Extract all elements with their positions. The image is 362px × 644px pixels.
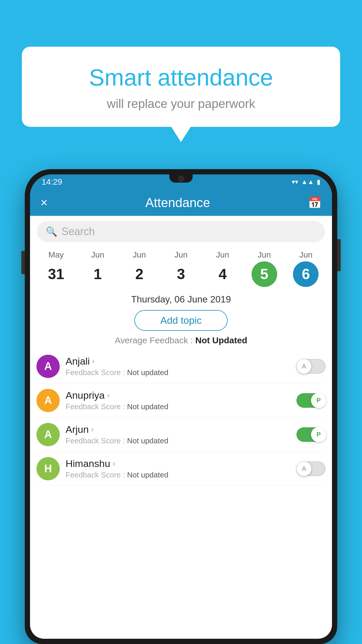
close-button[interactable]: × (41, 196, 48, 210)
toggle-switch[interactable]: P (296, 393, 326, 408)
front-camera (178, 176, 184, 182)
student-info: Himanshu ›Feedback Score : Not updated (66, 458, 291, 480)
date-number[interactable]: 1 (85, 261, 110, 287)
chevron-icon: › (113, 459, 115, 468)
status-time: 14:29 (42, 177, 62, 187)
date-month: Jun (299, 250, 312, 260)
student-name[interactable]: Anupriya › (66, 390, 291, 401)
student-name[interactable]: Arjun › (66, 424, 291, 435)
date-month: Jun (91, 250, 104, 260)
date-strip: May31Jun1Jun2Jun3Jun4Jun5Jun6 (30, 247, 332, 287)
date-number[interactable]: 3 (168, 261, 194, 287)
speech-bubble: Smart attendance will replace your paper… (22, 47, 340, 127)
student-avatar: A (36, 389, 60, 412)
date-month: May (48, 250, 64, 260)
student-info: Anjali ›Feedback Score : Not updated (66, 356, 291, 377)
student-score: Feedback Score : Not updated (66, 470, 291, 480)
date-month: Jun (258, 250, 271, 260)
date-col[interactable]: Jun2 (123, 250, 155, 287)
battery-icon: ▮ (317, 178, 320, 186)
student-row[interactable]: AArjun ›Feedback Score : Not updatedP (36, 418, 326, 452)
date-number[interactable]: 4 (210, 261, 236, 287)
avg-feedback-value: Not Updated (195, 335, 247, 345)
student-info: Arjun ›Feedback Score : Not updated (66, 424, 291, 445)
header-title: Attendance (145, 195, 210, 210)
date-number[interactable]: 2 (126, 261, 152, 287)
date-col[interactable]: Jun5 (248, 250, 280, 287)
student-avatar: H (36, 457, 60, 480)
score-value: Not updated (127, 368, 168, 377)
toggle-thumb: A (296, 359, 312, 374)
chevron-icon: › (92, 357, 95, 366)
toggle-thumb: A (296, 461, 312, 476)
score-value: Not updated (127, 402, 168, 411)
toggle-switch[interactable]: P (296, 427, 326, 442)
search-placeholder: Search (61, 225, 95, 238)
volume-button (21, 251, 25, 274)
date-col[interactable]: Jun1 (82, 250, 114, 287)
date-number[interactable]: 6 (293, 261, 319, 287)
score-value: Not updated (127, 470, 168, 479)
wifi-icon: ▾▾ (292, 178, 298, 186)
toggle-thumb: P (311, 427, 326, 442)
chevron-icon: › (107, 391, 110, 400)
date-number[interactable]: 31 (43, 261, 69, 287)
student-avatar: A (36, 355, 60, 378)
add-topic-button[interactable]: Add topic (134, 310, 228, 331)
avg-feedback: Average Feedback : Not Updated (30, 335, 332, 345)
status-icons: ▾▾ ▲▲ ▮ (292, 178, 320, 186)
date-col[interactable]: Jun3 (165, 250, 197, 287)
selected-date-label: Thursday, 06 June 2019 (30, 287, 332, 307)
toggle-thumb: P (311, 393, 326, 408)
phone-frame: 14:29 ▾▾ ▲▲ ▮ × Attendance 📅 🔍 Search Ma… (25, 169, 337, 644)
student-score: Feedback Score : Not updated (66, 402, 291, 411)
student-list: AAnjali ›Feedback Score : Not updatedAAA… (30, 349, 332, 486)
bubble-subtitle: will replace your paperwork (42, 97, 320, 111)
search-bar[interactable]: 🔍 Search (37, 221, 325, 242)
attendance-toggle[interactable]: A (296, 359, 326, 374)
app-header: × Attendance 📅 (30, 190, 332, 216)
attendance-toggle[interactable]: P (296, 393, 326, 408)
student-score: Feedback Score : Not updated (66, 436, 291, 445)
student-name[interactable]: Himanshu › (66, 458, 291, 469)
date-month: Jun (216, 250, 229, 260)
date-col[interactable]: May31 (40, 250, 72, 287)
date-month: Jun (174, 250, 187, 260)
avg-feedback-label: Average Feedback : (115, 335, 193, 345)
phone-screen: 14:29 ▾▾ ▲▲ ▮ × Attendance 📅 🔍 Search Ma… (30, 174, 332, 639)
chevron-icon: › (91, 425, 94, 434)
date-col[interactable]: Jun6 (290, 250, 322, 287)
student-row[interactable]: AAnjali ›Feedback Score : Not updatedA (36, 349, 326, 384)
toggle-switch[interactable]: A (296, 359, 326, 374)
attendance-toggle[interactable]: P (296, 427, 326, 442)
calendar-icon[interactable]: 📅 (308, 196, 321, 209)
student-avatar: A (36, 423, 60, 446)
attendance-toggle[interactable]: A (296, 461, 326, 476)
signal-icon: ▲▲ (301, 178, 314, 186)
bubble-title: Smart attendance (42, 64, 320, 91)
toggle-switch[interactable]: A (296, 461, 326, 476)
power-button (337, 239, 341, 271)
student-name[interactable]: Anjali › (66, 356, 291, 367)
date-month: Jun (133, 250, 146, 260)
search-icon: 🔍 (46, 226, 57, 237)
date-number[interactable]: 5 (252, 261, 277, 287)
student-row[interactable]: AAnupriya ›Feedback Score : Not updatedP (36, 384, 326, 418)
student-row[interactable]: HHimanshu ›Feedback Score : Not updatedA (36, 452, 326, 486)
student-info: Anupriya ›Feedback Score : Not updated (66, 390, 291, 411)
date-col[interactable]: Jun4 (207, 250, 239, 287)
score-value: Not updated (127, 436, 168, 445)
student-score: Feedback Score : Not updated (66, 368, 291, 377)
